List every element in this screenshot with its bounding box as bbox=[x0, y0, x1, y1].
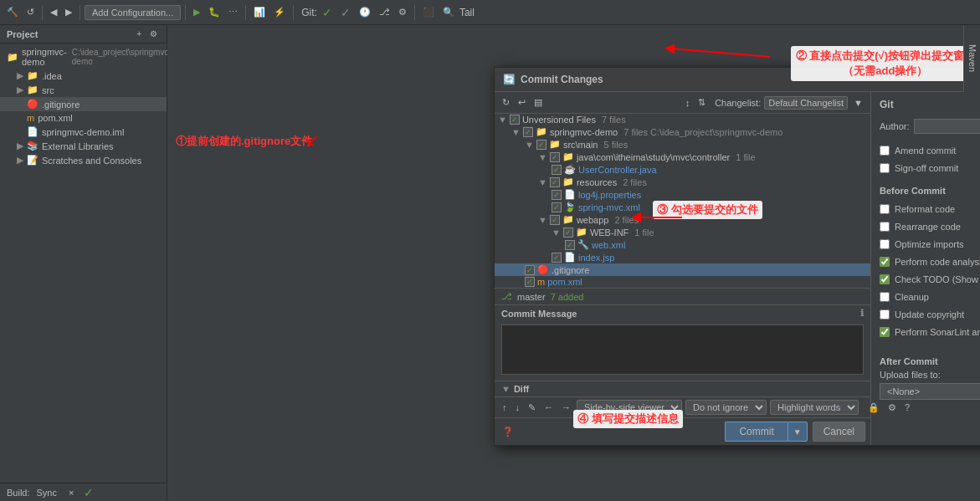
pom-tree-row[interactable]: ✓ m pom.xml bbox=[495, 276, 870, 288]
git-push-btn[interactable]: ✓ bbox=[337, 4, 354, 21]
diff-down-btn[interactable]: ↓ bbox=[513, 401, 523, 414]
gitignore-tree-label: .gitignore bbox=[552, 265, 589, 275]
cancel-btn[interactable]: Cancel bbox=[813, 422, 865, 442]
springmvc-demo-row[interactable]: ▼ ✓ 📁 springmvc-demo 7 files C:\idea_pro… bbox=[495, 125, 870, 138]
springmvc-detail: 7 files C:\idea_project\springmvc-demo bbox=[623, 127, 782, 137]
checktodo-checkbox[interactable] bbox=[880, 274, 890, 284]
ext-libs[interactable]: ▶ 📚 External Libraries bbox=[0, 139, 167, 153]
commit-dropdown-btn[interactable]: ▼ bbox=[788, 422, 808, 442]
maven-tab[interactable]: Maven bbox=[963, 25, 980, 92]
pom-tree-checkbox[interactable]: ✓ bbox=[525, 277, 535, 287]
sync-btn[interactable]: ↺ bbox=[23, 5, 38, 19]
java-controller-row[interactable]: ▼ ✓ 📁 java\com\itheima\study\mvc\control… bbox=[495, 151, 870, 163]
profile-btn[interactable]: ⚡ bbox=[270, 5, 289, 19]
src-folder[interactable]: ▶ 📁 src bbox=[0, 83, 167, 97]
terminal-btn[interactable]: ⬛ bbox=[419, 5, 438, 19]
diff-label: Diff bbox=[514, 384, 529, 394]
signoff-checkbox[interactable] bbox=[880, 163, 890, 173]
src-main-row[interactable]: ▼ ✓ 📁 src\main 5 files bbox=[495, 138, 870, 151]
spring-mvc-row[interactable]: ✓ 🍃 spring-mvc.xml bbox=[495, 201, 870, 213]
coverage-btn[interactable]: 📊 bbox=[250, 5, 269, 19]
undo-btn[interactable]: ↩ bbox=[516, 95, 528, 110]
log4j-checkbox[interactable]: ✓ bbox=[552, 190, 562, 200]
sidebar-add-btn[interactable]: + bbox=[134, 28, 144, 39]
build-btn[interactable]: 🔨 bbox=[3, 5, 22, 19]
git-settings-btn[interactable]: ⚙ bbox=[395, 5, 410, 19]
viewer-select[interactable]: Side-by-side viewer bbox=[577, 400, 682, 415]
diff-edit-btn[interactable]: ✎ bbox=[526, 401, 538, 415]
unversioned-checkbox[interactable]: ✓ bbox=[510, 115, 520, 125]
highlight-select[interactable]: Highlight words bbox=[770, 400, 859, 415]
web-xml-row[interactable]: ✓ 🔧 web.xml bbox=[495, 238, 870, 251]
author-input[interactable] bbox=[914, 119, 980, 134]
sort-btn[interactable]: ↕ bbox=[683, 96, 693, 110]
diff-header[interactable]: ▼ Diff bbox=[495, 381, 870, 396]
help-btn[interactable]: ❓ bbox=[500, 425, 516, 439]
sep3 bbox=[185, 5, 186, 20]
pom-file[interactable]: m pom.xml bbox=[0, 111, 167, 125]
debug-btn[interactable]: 🐛 bbox=[205, 5, 223, 19]
scratches[interactable]: ▶ 📝 Scratches and Consoles bbox=[0, 153, 167, 167]
idea-folder[interactable]: ▶ 📁 .idea bbox=[0, 69, 167, 83]
gitignore-tree-checkbox[interactable]: ✓ bbox=[525, 265, 535, 275]
sonar-checkbox[interactable] bbox=[880, 327, 890, 337]
updatecopyright-checkbox[interactable] bbox=[880, 309, 890, 320]
dialog-title-row: 🔄 Commit Changes bbox=[503, 74, 603, 85]
anno2-arrow-svg bbox=[619, 32, 803, 65]
expand-icon2: ▶ bbox=[17, 84, 23, 95]
rearrange-checkbox[interactable] bbox=[880, 222, 890, 232]
diff-next-btn[interactable]: → bbox=[559, 401, 573, 414]
index-jsp-row[interactable]: ✓ 📄 index.jsp bbox=[495, 251, 870, 263]
sidebar-settings-btn[interactable]: ⚙ bbox=[147, 28, 160, 39]
gitignore-tree-row[interactable]: ✓ 🔴 .gitignore bbox=[495, 263, 870, 276]
commit-msg-input[interactable] bbox=[501, 325, 864, 375]
springmvc-file-checkbox[interactable]: ✓ bbox=[552, 202, 562, 212]
changelist-arrow[interactable]: ▼ bbox=[851, 96, 865, 110]
upload-select[interactable]: <None> bbox=[880, 383, 980, 400]
webapp-checkbox[interactable]: ✓ bbox=[550, 215, 560, 225]
webinf-row[interactable]: ▼ ✓ 📁 WEB-INF 1 file bbox=[495, 226, 870, 238]
forward-btn[interactable]: ▶ bbox=[62, 5, 75, 19]
play-btn[interactable]: ▶ bbox=[190, 5, 203, 19]
commit-btn[interactable]: Commit bbox=[725, 422, 787, 442]
log4j-row[interactable]: ✓ 📄 log4j.properties bbox=[495, 188, 870, 201]
group-btn[interactable]: ▤ bbox=[531, 95, 545, 110]
webinf-checkbox[interactable]: ✓ bbox=[563, 227, 573, 238]
main-toolbar: 🔨 ↺ ◀ ▶ Add Configuration... ▶ 🐛 ⋯ 📊 ⚡ G… bbox=[0, 0, 980, 25]
back-btn[interactable]: ◀ bbox=[47, 5, 60, 19]
sidebar-root[interactable]: 📁 springmvc-demo C:\idea_project\springm… bbox=[0, 45, 167, 69]
reformat-checkbox[interactable] bbox=[880, 204, 890, 214]
resources-checkbox[interactable]: ✓ bbox=[550, 177, 560, 187]
cleanup-checkbox[interactable] bbox=[880, 292, 890, 302]
sync-label[interactable]: Sync bbox=[37, 488, 57, 498]
user-controller-row[interactable]: ✓ ☕ UserController.java bbox=[495, 163, 870, 176]
filter-btn[interactable]: ⇅ bbox=[695, 95, 708, 110]
resources-row[interactable]: ▼ ✓ 📁 resources 2 files bbox=[495, 176, 870, 188]
run-config-btn[interactable]: Add Configuration... bbox=[85, 5, 181, 20]
search-btn[interactable]: 🔍 bbox=[439, 5, 458, 19]
build-close-btn[interactable]: × bbox=[65, 486, 77, 499]
indexjsp-checkbox[interactable]: ✓ bbox=[552, 253, 562, 263]
git-commit-btn[interactable]: ✓ bbox=[319, 4, 336, 21]
perform-checkbox[interactable] bbox=[880, 257, 890, 267]
gitignore-file[interactable]: 🔴 .gitignore bbox=[0, 97, 167, 111]
webxml-checkbox[interactable]: ✓ bbox=[565, 240, 575, 250]
ignore-select[interactable]: Do not ignore bbox=[685, 400, 767, 415]
springmvc-checkbox[interactable]: ✓ bbox=[523, 127, 533, 137]
optimize-checkbox[interactable] bbox=[880, 239, 890, 249]
git-history-btn[interactable]: 🕐 bbox=[356, 5, 374, 19]
refresh-btn[interactable]: ↻ bbox=[500, 95, 512, 110]
amend-checkbox[interactable] bbox=[880, 146, 890, 156]
iml-file[interactable]: 📄 springmvc-demo.iml bbox=[0, 125, 167, 139]
commit-msg-info[interactable]: ℹ bbox=[860, 308, 864, 319]
java-checkbox[interactable]: ✓ bbox=[550, 152, 560, 162]
diff-up-btn[interactable]: ↑ bbox=[500, 401, 510, 414]
userctrl-checkbox[interactable]: ✓ bbox=[552, 165, 562, 175]
diff-prev-btn[interactable]: ← bbox=[541, 401, 556, 414]
srcmain-checkbox[interactable]: ✓ bbox=[536, 140, 546, 150]
more-run-btn[interactable]: ⋯ bbox=[225, 5, 241, 19]
unversioned-group[interactable]: ▼ ✓ Unversioned Files 7 files bbox=[495, 114, 870, 125]
webapp-row[interactable]: ▼ ✓ 📁 webapp 2 files bbox=[495, 213, 870, 226]
changelist-dropdown[interactable]: Default Changelist bbox=[764, 96, 848, 110]
git-branches-btn[interactable]: ⎇ bbox=[376, 5, 393, 19]
